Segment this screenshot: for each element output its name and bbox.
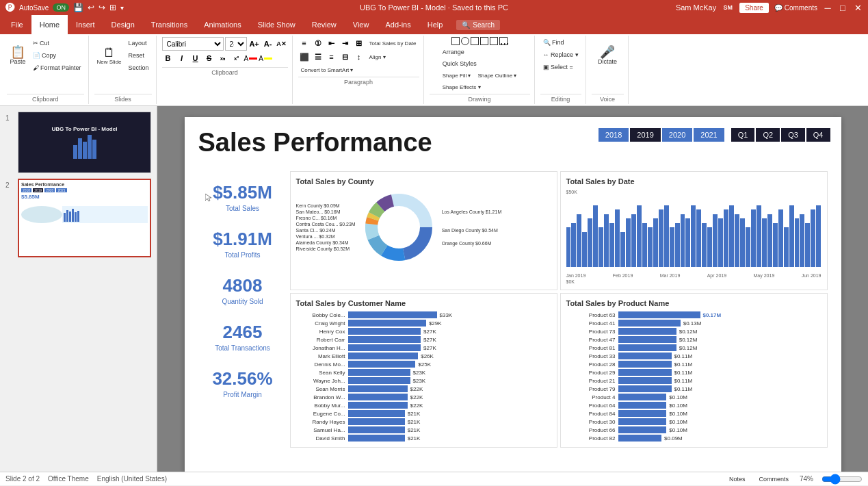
total-sales-label: Total Sales	[204, 205, 282, 212]
status-bar: Slide 2 of 2 Office Theme English (Unite…	[0, 472, 868, 485]
tab-addins[interactable]: Add-ins	[377, 15, 419, 34]
strikethrough-button[interactable]: S	[203, 52, 215, 64]
clear-format-button[interactable]: A✕	[276, 38, 288, 50]
dictate-button[interactable]: 🎤 Dictate	[595, 37, 620, 74]
minimize-btn[interactable]: ─	[823, 3, 832, 12]
subscript-button[interactable]: x₂	[217, 52, 229, 64]
tab-help[interactable]: Help	[419, 15, 451, 34]
line-spacing-button[interactable]: ↕	[353, 51, 365, 63]
indent-inc-button[interactable]: ⇥	[339, 37, 352, 49]
date-bar	[702, 223, 707, 267]
customize-icon[interactable]: ⊞	[109, 3, 116, 12]
product-bar-row: Product 64 $0.10M	[566, 402, 821, 409]
status-comments-button[interactable]: Comments	[756, 474, 791, 485]
format-painter-button[interactable]: 🖌 Format Painter	[30, 62, 84, 73]
close-btn[interactable]: ✕	[853, 3, 863, 12]
align-right-button[interactable]: ≡	[326, 51, 338, 63]
microphone-icon: 🎤	[600, 46, 615, 58]
shape-triangle[interactable]	[490, 37, 498, 45]
find-button[interactable]: 🔍 Find	[540, 37, 581, 48]
align-text-button[interactable]: Align ▾	[367, 51, 389, 62]
q2-btn[interactable]: Q2	[756, 128, 780, 142]
tab-animations[interactable]: Animations	[196, 15, 249, 34]
shape-line[interactable]	[471, 37, 479, 45]
shape-fill-button[interactable]: Shape Fill ▾	[440, 70, 474, 81]
underline-button[interactable]: U	[189, 52, 202, 64]
q1-btn[interactable]: Q1	[731, 128, 755, 142]
shape-outline-button[interactable]: Shape Outline ▾	[475, 70, 519, 81]
donut-area: Kern County $0.09M San Mateo... $0.16M F…	[296, 190, 551, 265]
arrange-button[interactable]: Arrange	[440, 47, 520, 57]
tab-file[interactable]: File	[3, 15, 31, 34]
paste-button[interactable]: 📋 Paste	[7, 37, 29, 74]
select-button[interactable]: ▣ Select =	[540, 62, 581, 73]
year-2019[interactable]: 2019	[630, 128, 660, 142]
highlight-color-btn[interactable]: A	[259, 55, 272, 62]
indent-dec-button[interactable]: ⇤	[326, 37, 338, 49]
cols-button[interactable]: ⊞	[353, 37, 365, 49]
language-info: English (United States)	[97, 475, 167, 483]
share-button[interactable]: Share	[739, 3, 769, 13]
slide-2-thumbnail[interactable]: Sales Performance 2018 2019 2020 2021 $5…	[18, 179, 151, 257]
align-left-button[interactable]: ⬛	[298, 51, 311, 63]
copy-button[interactable]: 📄 Copy	[30, 50, 84, 61]
redo-icon[interactable]: ↪	[98, 3, 105, 12]
shape-more[interactable]: ···	[499, 37, 508, 45]
y-axis-top: $50K	[566, 190, 821, 194]
shape-circle[interactable]	[461, 37, 469, 45]
font-family-select[interactable]: Calibri	[162, 37, 224, 51]
section-button[interactable]: Section	[126, 62, 152, 73]
ribbon-search[interactable]: Search	[473, 21, 495, 29]
tab-transitions[interactable]: Transitions	[143, 15, 196, 34]
align-center-button[interactable]: ☰	[312, 51, 324, 63]
tab-slideshow[interactable]: Slide Show	[250, 15, 304, 34]
date-bar	[773, 223, 778, 267]
justify-button[interactable]: ⊟	[339, 51, 352, 63]
customer-bar-row: Randy Hayes $21K	[296, 418, 551, 425]
cut-button[interactable]: ✂ Cut	[30, 38, 84, 49]
overflow-icon[interactable]: ▾	[120, 4, 124, 12]
replace-button[interactable]: ↔ Replace ▾	[540, 49, 581, 60]
numbering-button[interactable]: ①	[312, 37, 324, 49]
year-2018[interactable]: 2018	[599, 128, 629, 142]
year-2020[interactable]: 2020	[662, 128, 692, 142]
undo-icon[interactable]: ↩	[88, 3, 94, 12]
bold-button[interactable]: B	[162, 52, 174, 64]
font-color-btn[interactable]: A	[244, 55, 258, 62]
italic-button[interactable]: I	[176, 52, 188, 64]
save-icon[interactable]: 💾	[73, 3, 83, 12]
text-direction-button[interactable]: Total Sales by Date	[367, 38, 419, 49]
tab-view[interactable]: View	[345, 15, 378, 34]
tab-design[interactable]: Design	[103, 15, 143, 34]
superscript-button[interactable]: x²	[231, 52, 243, 64]
font-size-down-button[interactable]: A-	[262, 38, 274, 50]
comments-button[interactable]: 💬 Comments	[774, 4, 817, 12]
tab-insert[interactable]: Insert	[68, 15, 103, 34]
shape-rect[interactable]	[451, 37, 460, 45]
q3-btn[interactable]: Q3	[781, 128, 805, 142]
reset-button[interactable]: Reset	[126, 50, 152, 61]
donut-chart	[361, 190, 436, 265]
customer-bar-value: $21K	[408, 419, 421, 425]
font-size-up-button[interactable]: A+	[248, 38, 261, 50]
new-slide-button[interactable]: 🗒 New Slide	[94, 37, 124, 74]
bullets-button[interactable]: ≡	[298, 37, 311, 49]
layout-button[interactable]: Layout	[126, 38, 152, 49]
shape-effects-button[interactable]: Shape Effects ▾	[440, 81, 520, 92]
tab-home[interactable]: Home	[31, 15, 68, 34]
search-icon: 🔍	[462, 21, 470, 29]
q4-btn[interactable]: Q4	[806, 128, 830, 142]
zoom-slider[interactable]	[821, 475, 863, 483]
year-2021[interactable]: 2021	[694, 128, 724, 142]
slide-canvas[interactable]: Sales Performance 2018 2019 2020 2021 Q1…	[185, 117, 841, 472]
font-size-select[interactable]: 28	[225, 37, 247, 51]
convert-smartart-button[interactable]: Convert to SmartArt ▾	[298, 64, 356, 75]
sales-by-county-panel: Total Sales by County Kern County $0.09M…	[290, 171, 557, 290]
restore-btn[interactable]: □	[838, 3, 847, 12]
autosave-toggle[interactable]: ON	[53, 3, 69, 12]
shape-arrow[interactable]	[480, 37, 488, 45]
quick-styles-button[interactable]: Quick Styles	[440, 58, 520, 69]
tab-review[interactable]: Review	[304, 15, 345, 34]
slide-1-thumbnail[interactable]: UBG To Power BI - Model	[18, 112, 151, 173]
notes-button[interactable]: Notes	[726, 474, 748, 485]
